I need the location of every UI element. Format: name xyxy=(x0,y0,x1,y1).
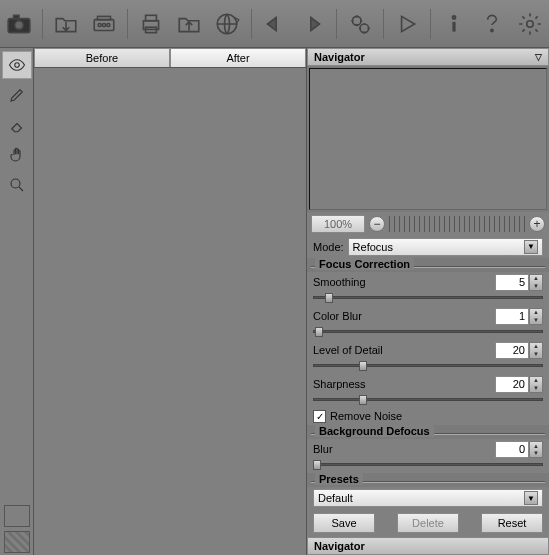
navigator2-title: Navigator xyxy=(314,537,365,555)
background-defocus-group: Background Defocus xyxy=(315,425,434,437)
blur-input[interactable]: 0 xyxy=(495,441,529,458)
zoom-in-button[interactable]: + xyxy=(529,216,545,232)
smoothing-label: Smoothing xyxy=(313,276,495,288)
svg-point-7 xyxy=(107,23,110,26)
lod-input[interactable]: 20 xyxy=(495,342,529,359)
zoom-slider[interactable] xyxy=(389,216,525,232)
svg-point-1 xyxy=(15,20,24,29)
preset-dropdown[interactable]: Default ▼ xyxy=(313,489,543,507)
pencil-tool-icon[interactable] xyxy=(2,81,32,109)
tab-after[interactable]: After xyxy=(170,48,306,67)
remove-noise-checkbox[interactable]: ✓ xyxy=(313,410,326,423)
mode-dropdown[interactable]: Refocus ▼ xyxy=(348,238,543,256)
sharpness-slider[interactable] xyxy=(313,396,543,404)
svg-rect-9 xyxy=(146,15,157,20)
camera-icon[interactable] xyxy=(4,7,34,41)
zoom-out-button[interactable]: − xyxy=(369,216,385,232)
svg-point-13 xyxy=(360,24,369,33)
remove-noise-label: Remove Noise xyxy=(330,410,402,422)
lod-label: Level of Detail xyxy=(313,344,495,356)
chevron-down-icon: ▼ xyxy=(524,491,538,505)
web-icon[interactable] xyxy=(212,7,242,41)
gears-icon[interactable] xyxy=(345,7,375,41)
print-icon[interactable] xyxy=(136,7,166,41)
colorblur-input[interactable]: 1 xyxy=(495,308,529,325)
collapse-icon[interactable]: ▽ xyxy=(535,48,542,66)
open-icon[interactable] xyxy=(51,7,81,41)
delete-button[interactable]: Delete xyxy=(397,513,459,533)
colorblur-label: Color Blur xyxy=(313,310,495,322)
eye-tool-icon[interactable] xyxy=(2,51,32,79)
eraser-tool-icon[interactable] xyxy=(2,111,32,139)
sharpness-input[interactable]: 20 xyxy=(495,376,529,393)
bottom-slot-1[interactable] xyxy=(4,505,30,527)
preset-value: Default xyxy=(318,492,353,504)
svg-point-17 xyxy=(15,63,20,68)
navigator-title: Navigator xyxy=(314,48,365,66)
blur-spinner[interactable]: ▲▼ xyxy=(529,441,543,458)
svg-point-15 xyxy=(491,29,493,31)
sharpness-spinner[interactable]: ▲▼ xyxy=(529,376,543,393)
undo-icon[interactable] xyxy=(259,7,289,41)
sharpness-label: Sharpness xyxy=(313,378,495,390)
right-panel: Navigator ▽ 100% − + Mode: Refocus ▼ Foc… xyxy=(307,48,549,555)
colorblur-slider[interactable] xyxy=(313,328,543,336)
svg-point-12 xyxy=(352,16,361,25)
help-icon[interactable] xyxy=(477,7,507,41)
colorblur-spinner[interactable]: ▲▼ xyxy=(529,308,543,325)
preview-canvas[interactable] xyxy=(34,68,306,555)
svg-rect-3 xyxy=(94,19,114,30)
center-panel: Before After xyxy=(34,48,307,555)
mode-value: Refocus xyxy=(353,241,393,253)
svg-point-16 xyxy=(527,20,534,27)
navigator-preview[interactable] xyxy=(309,68,547,210)
hand-tool-icon[interactable] xyxy=(2,141,32,169)
bottom-slot-2[interactable] xyxy=(4,531,30,553)
top-toolbar xyxy=(0,0,549,48)
zoom-tool-icon[interactable] xyxy=(2,171,32,199)
reset-button[interactable]: Reset xyxy=(481,513,543,533)
lod-spinner[interactable]: ▲▼ xyxy=(529,342,543,359)
chevron-down-icon: ▼ xyxy=(524,240,538,254)
svg-rect-2 xyxy=(14,15,19,18)
save-button[interactable]: Save xyxy=(313,513,375,533)
tool-sidebar xyxy=(0,48,34,555)
save-icon[interactable] xyxy=(174,7,204,41)
smoothing-input[interactable]: 5 xyxy=(495,274,529,291)
settings-icon[interactable] xyxy=(515,7,545,41)
navigator2-header[interactable]: Navigator xyxy=(307,537,549,555)
tab-before[interactable]: Before xyxy=(34,48,170,67)
play-icon[interactable] xyxy=(392,7,422,41)
focus-correction-group: Focus Correction xyxy=(315,258,414,270)
smoothing-slider[interactable] xyxy=(313,294,543,302)
info-icon[interactable] xyxy=(439,7,469,41)
blur-label: Blur xyxy=(313,443,495,455)
batch-icon[interactable] xyxy=(89,7,119,41)
zoom-value[interactable]: 100% xyxy=(311,215,365,233)
svg-point-18 xyxy=(11,179,20,188)
svg-rect-4 xyxy=(98,16,111,19)
presets-group: Presets xyxy=(315,473,363,485)
lod-slider[interactable] xyxy=(313,362,543,370)
svg-point-14 xyxy=(452,15,455,18)
navigator-header[interactable]: Navigator ▽ xyxy=(307,48,549,66)
blur-slider[interactable] xyxy=(313,461,543,469)
svg-point-5 xyxy=(98,23,101,26)
mode-label: Mode: xyxy=(313,241,344,253)
redo-icon[interactable] xyxy=(298,7,328,41)
smoothing-spinner[interactable]: ▲▼ xyxy=(529,274,543,291)
svg-point-6 xyxy=(103,23,106,26)
